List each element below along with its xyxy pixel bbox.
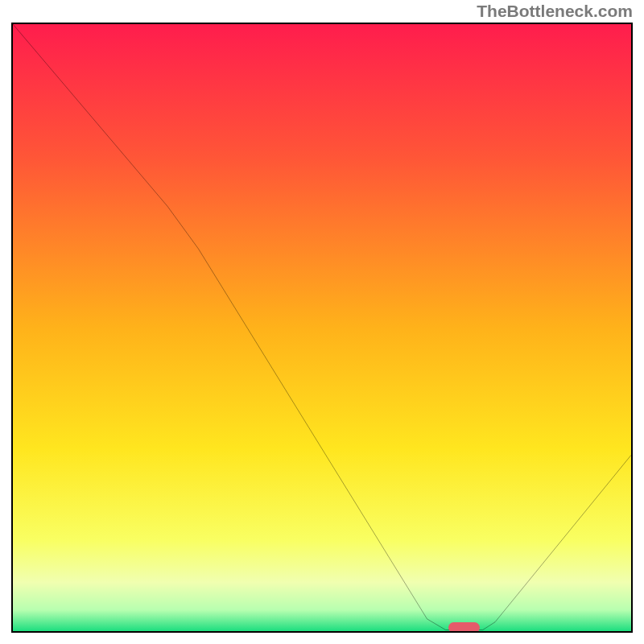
- watermark-text: TheBottleneck.com: [477, 2, 633, 21]
- bottleneck-curve: [13, 24, 631, 631]
- chart-frame: [11, 23, 633, 633]
- optimal-marker: [448, 622, 479, 632]
